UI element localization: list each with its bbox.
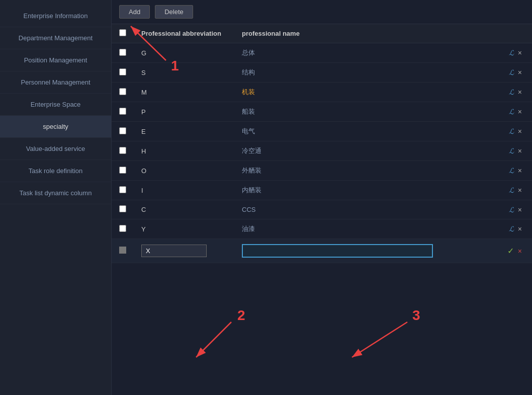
table-row: Y 油漆 ℒ × xyxy=(112,219,532,239)
row-checkbox[interactable] xyxy=(119,186,126,193)
sidebar-item-personnel-mgmt[interactable]: Personnel Management xyxy=(0,71,111,94)
sidebar-item-specialty[interactable]: specialty xyxy=(0,116,111,138)
edit-icon[interactable]: ℒ xyxy=(509,147,514,155)
row-checkbox-cell xyxy=(112,122,134,141)
row-name: 冷空通 xyxy=(234,141,492,161)
abbr-input[interactable] xyxy=(141,245,207,257)
sidebar-item-enterprise-info[interactable]: Enterprise Information xyxy=(0,5,111,27)
row-checkbox-cell xyxy=(112,102,134,122)
row-name: 内舾装 xyxy=(234,181,492,200)
delete-row-icon[interactable]: × xyxy=(518,206,522,214)
row-name: 外舾装 xyxy=(234,161,492,181)
row-actions: ℒ × xyxy=(492,63,532,83)
edit-icon[interactable]: ℒ xyxy=(509,167,514,175)
row-actions: ℒ × xyxy=(492,122,532,141)
delete-row-icon[interactable]: × xyxy=(518,68,522,76)
row-abbr: P xyxy=(134,102,234,122)
row-checkbox[interactable] xyxy=(119,127,126,134)
delete-row-icon[interactable]: × xyxy=(518,108,522,116)
editing-name-cell xyxy=(234,239,492,263)
row-checkbox-cell xyxy=(112,161,134,181)
row-name: 电气 xyxy=(234,122,492,141)
row-abbr: M xyxy=(134,83,234,102)
table-row: E 电气 ℒ × xyxy=(112,122,532,141)
row-checkbox[interactable] xyxy=(119,108,126,115)
row-checkbox-cell xyxy=(112,219,134,239)
table-row: P 船装 ℒ × xyxy=(112,102,532,122)
sidebar-item-enterprise-space[interactable]: Enterprise Space xyxy=(0,94,111,116)
row-checkbox[interactable] xyxy=(119,147,126,154)
edit-icon[interactable]: ℒ xyxy=(509,225,514,233)
add-button[interactable]: Add xyxy=(119,5,150,19)
row-checkbox-cell xyxy=(112,181,134,200)
data-table: Professional abbreviation professional n… xyxy=(112,24,532,263)
row-checkbox[interactable] xyxy=(119,88,126,95)
name-input[interactable] xyxy=(242,244,433,258)
edit-icon[interactable]: ℒ xyxy=(509,108,514,116)
cancel-edit-icon[interactable]: × xyxy=(518,247,522,255)
edit-icon[interactable]: ℒ xyxy=(509,88,514,96)
header-actions xyxy=(492,24,532,43)
edit-icon[interactable]: ℒ xyxy=(509,127,514,135)
edit-icon[interactable]: ℒ xyxy=(509,206,514,214)
row-name: 机装 xyxy=(234,83,492,102)
editing-row: ✓ × xyxy=(112,239,532,263)
sidebar: Enterprise Information Department Manage… xyxy=(0,0,112,395)
row-name: 总体 xyxy=(234,43,492,63)
sidebar-item-task-role[interactable]: Task role definition xyxy=(0,160,111,182)
row-actions: ℒ × xyxy=(492,83,532,102)
row-abbr: O xyxy=(134,161,234,181)
delete-row-icon[interactable]: × xyxy=(518,186,522,194)
sidebar-item-value-added[interactable]: Value-added service xyxy=(0,138,111,160)
delete-row-icon[interactable]: × xyxy=(518,167,522,175)
editing-abbr-cell xyxy=(134,239,234,263)
delete-row-icon[interactable]: × xyxy=(518,49,522,57)
header-checkbox-cell xyxy=(112,24,134,43)
delete-button[interactable]: Delete xyxy=(155,5,193,19)
sidebar-item-task-list[interactable]: Task list dynamic column xyxy=(0,182,111,204)
delete-row-icon[interactable]: × xyxy=(518,88,522,96)
row-checkbox-cell xyxy=(112,83,134,102)
row-name: CCS xyxy=(234,200,492,219)
table-header: Professional abbreviation professional n… xyxy=(112,24,532,43)
edit-icon[interactable]: ℒ xyxy=(509,68,514,76)
row-checkbox[interactable] xyxy=(119,225,126,232)
header-abbr: Professional abbreviation xyxy=(134,24,234,43)
delete-row-icon[interactable]: × xyxy=(518,127,522,135)
row-checkbox-cell xyxy=(112,141,134,161)
row-name: 船装 xyxy=(234,102,492,122)
row-abbr: I xyxy=(134,181,234,200)
row-checkbox-cell xyxy=(112,63,134,83)
table-row: G 总体 ℒ × xyxy=(112,43,532,63)
editing-checkbox-cell xyxy=(112,239,134,263)
row-actions: ℒ × xyxy=(492,181,532,200)
editing-checkbox-filled[interactable] xyxy=(119,247,126,254)
row-name: 结构 xyxy=(234,63,492,83)
edit-icon[interactable]: ℒ xyxy=(509,49,514,57)
row-checkbox[interactable] xyxy=(119,68,126,75)
row-abbr: Y xyxy=(134,219,234,239)
row-checkbox[interactable] xyxy=(119,167,126,174)
sidebar-item-pos-mgmt[interactable]: Position Management xyxy=(0,49,111,71)
row-checkbox-cell xyxy=(112,200,134,219)
edit-icon[interactable]: ℒ xyxy=(509,186,514,194)
confirm-icon[interactable]: ✓ xyxy=(507,247,514,255)
row-abbr: C xyxy=(134,200,234,219)
row-abbr: G xyxy=(134,43,234,63)
table-row: O 外舾装 ℒ × xyxy=(112,161,532,181)
select-all-checkbox[interactable] xyxy=(119,29,126,36)
row-abbr: H xyxy=(134,141,234,161)
main-content: Add Delete Professional abbreviation pro… xyxy=(112,0,532,395)
row-actions: ℒ × xyxy=(492,161,532,181)
row-checkbox[interactable] xyxy=(119,49,126,56)
table-row: C CCS ℒ × xyxy=(112,200,532,219)
header-name: professional name xyxy=(234,24,492,43)
table-row: H 冷空通 ℒ × xyxy=(112,141,532,161)
row-name: 油漆 xyxy=(234,219,492,239)
delete-row-icon[interactable]: × xyxy=(518,147,522,155)
table-row: M 机装 ℒ × xyxy=(112,83,532,102)
row-actions: ℒ × xyxy=(492,200,532,219)
sidebar-item-dept-mgmt[interactable]: Department Management xyxy=(0,27,111,49)
row-checkbox[interactable] xyxy=(119,205,126,212)
delete-row-icon[interactable]: × xyxy=(518,225,522,233)
